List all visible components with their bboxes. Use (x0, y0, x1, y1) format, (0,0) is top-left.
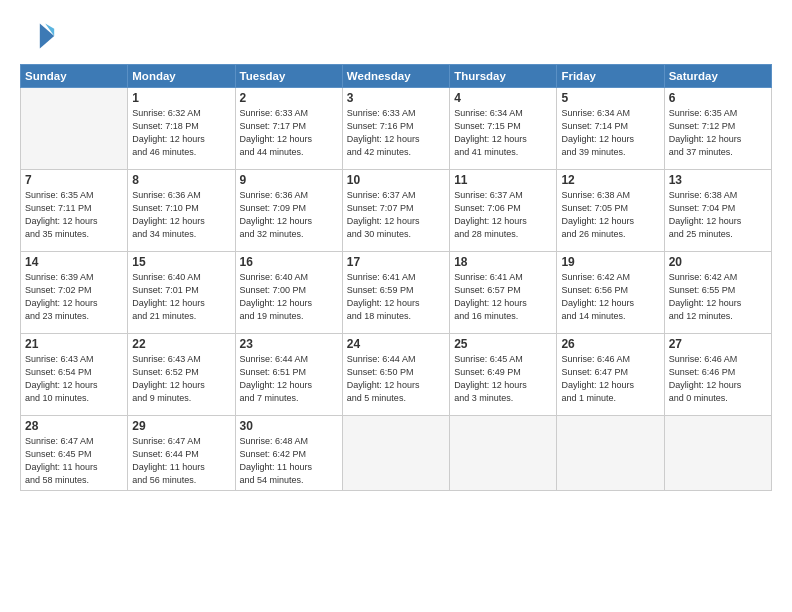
weekday-header-cell: Tuesday (235, 65, 342, 88)
week-row: 28Sunrise: 6:47 AM Sunset: 6:45 PM Dayli… (21, 416, 772, 491)
day-info: Sunrise: 6:47 AM Sunset: 6:44 PM Dayligh… (132, 435, 230, 487)
calendar-cell: 4Sunrise: 6:34 AM Sunset: 7:15 PM Daylig… (450, 88, 557, 170)
calendar-cell: 18Sunrise: 6:41 AM Sunset: 6:57 PM Dayli… (450, 252, 557, 334)
calendar-cell: 20Sunrise: 6:42 AM Sunset: 6:55 PM Dayli… (664, 252, 771, 334)
day-number: 16 (240, 255, 338, 269)
calendar-cell: 28Sunrise: 6:47 AM Sunset: 6:45 PM Dayli… (21, 416, 128, 491)
day-number: 30 (240, 419, 338, 433)
day-info: Sunrise: 6:48 AM Sunset: 6:42 PM Dayligh… (240, 435, 338, 487)
day-info: Sunrise: 6:36 AM Sunset: 7:09 PM Dayligh… (240, 189, 338, 241)
day-info: Sunrise: 6:34 AM Sunset: 7:15 PM Dayligh… (454, 107, 552, 159)
day-number: 2 (240, 91, 338, 105)
logo-icon (20, 18, 56, 54)
calendar-cell (21, 88, 128, 170)
day-number: 8 (132, 173, 230, 187)
day-number: 6 (669, 91, 767, 105)
day-info: Sunrise: 6:38 AM Sunset: 7:05 PM Dayligh… (561, 189, 659, 241)
day-number: 17 (347, 255, 445, 269)
day-number: 21 (25, 337, 123, 351)
calendar-cell: 30Sunrise: 6:48 AM Sunset: 6:42 PM Dayli… (235, 416, 342, 491)
day-number: 11 (454, 173, 552, 187)
calendar-cell: 15Sunrise: 6:40 AM Sunset: 7:01 PM Dayli… (128, 252, 235, 334)
day-info: Sunrise: 6:35 AM Sunset: 7:11 PM Dayligh… (25, 189, 123, 241)
calendar-cell: 6Sunrise: 6:35 AM Sunset: 7:12 PM Daylig… (664, 88, 771, 170)
day-info: Sunrise: 6:40 AM Sunset: 7:00 PM Dayligh… (240, 271, 338, 323)
logo (20, 18, 60, 54)
calendar-cell: 11Sunrise: 6:37 AM Sunset: 7:06 PM Dayli… (450, 170, 557, 252)
calendar-cell: 12Sunrise: 6:38 AM Sunset: 7:05 PM Dayli… (557, 170, 664, 252)
day-info: Sunrise: 6:37 AM Sunset: 7:07 PM Dayligh… (347, 189, 445, 241)
day-number: 10 (347, 173, 445, 187)
weekday-header-cell: Thursday (450, 65, 557, 88)
day-number: 7 (25, 173, 123, 187)
calendar-cell: 22Sunrise: 6:43 AM Sunset: 6:52 PM Dayli… (128, 334, 235, 416)
calendar-cell (450, 416, 557, 491)
header (20, 18, 772, 54)
week-row: 1Sunrise: 6:32 AM Sunset: 7:18 PM Daylig… (21, 88, 772, 170)
calendar-cell: 5Sunrise: 6:34 AM Sunset: 7:14 PM Daylig… (557, 88, 664, 170)
day-number: 22 (132, 337, 230, 351)
day-info: Sunrise: 6:36 AM Sunset: 7:10 PM Dayligh… (132, 189, 230, 241)
calendar-cell: 16Sunrise: 6:40 AM Sunset: 7:00 PM Dayli… (235, 252, 342, 334)
week-row: 7Sunrise: 6:35 AM Sunset: 7:11 PM Daylig… (21, 170, 772, 252)
weekday-header-cell: Wednesday (342, 65, 449, 88)
day-number: 13 (669, 173, 767, 187)
day-info: Sunrise: 6:46 AM Sunset: 6:47 PM Dayligh… (561, 353, 659, 405)
day-number: 20 (669, 255, 767, 269)
weekday-header: SundayMondayTuesdayWednesdayThursdayFrid… (21, 65, 772, 88)
day-number: 28 (25, 419, 123, 433)
calendar-cell: 1Sunrise: 6:32 AM Sunset: 7:18 PM Daylig… (128, 88, 235, 170)
day-info: Sunrise: 6:45 AM Sunset: 6:49 PM Dayligh… (454, 353, 552, 405)
day-number: 19 (561, 255, 659, 269)
day-info: Sunrise: 6:32 AM Sunset: 7:18 PM Dayligh… (132, 107, 230, 159)
day-number: 12 (561, 173, 659, 187)
day-info: Sunrise: 6:43 AM Sunset: 6:52 PM Dayligh… (132, 353, 230, 405)
day-number: 23 (240, 337, 338, 351)
day-number: 24 (347, 337, 445, 351)
weekday-header-cell: Monday (128, 65, 235, 88)
calendar-cell: 8Sunrise: 6:36 AM Sunset: 7:10 PM Daylig… (128, 170, 235, 252)
day-info: Sunrise: 6:42 AM Sunset: 6:56 PM Dayligh… (561, 271, 659, 323)
day-info: Sunrise: 6:39 AM Sunset: 7:02 PM Dayligh… (25, 271, 123, 323)
day-number: 15 (132, 255, 230, 269)
week-row: 21Sunrise: 6:43 AM Sunset: 6:54 PM Dayli… (21, 334, 772, 416)
calendar-cell: 29Sunrise: 6:47 AM Sunset: 6:44 PM Dayli… (128, 416, 235, 491)
calendar-cell (664, 416, 771, 491)
day-info: Sunrise: 6:41 AM Sunset: 6:57 PM Dayligh… (454, 271, 552, 323)
day-number: 3 (347, 91, 445, 105)
calendar-cell: 7Sunrise: 6:35 AM Sunset: 7:11 PM Daylig… (21, 170, 128, 252)
calendar-cell: 13Sunrise: 6:38 AM Sunset: 7:04 PM Dayli… (664, 170, 771, 252)
calendar-cell: 25Sunrise: 6:45 AM Sunset: 6:49 PM Dayli… (450, 334, 557, 416)
day-number: 9 (240, 173, 338, 187)
day-number: 29 (132, 419, 230, 433)
calendar-cell (342, 416, 449, 491)
day-number: 26 (561, 337, 659, 351)
week-row: 14Sunrise: 6:39 AM Sunset: 7:02 PM Dayli… (21, 252, 772, 334)
day-info: Sunrise: 6:33 AM Sunset: 7:17 PM Dayligh… (240, 107, 338, 159)
day-info: Sunrise: 6:42 AM Sunset: 6:55 PM Dayligh… (669, 271, 767, 323)
calendar-cell: 24Sunrise: 6:44 AM Sunset: 6:50 PM Dayli… (342, 334, 449, 416)
calendar-cell: 21Sunrise: 6:43 AM Sunset: 6:54 PM Dayli… (21, 334, 128, 416)
calendar-cell: 26Sunrise: 6:46 AM Sunset: 6:47 PM Dayli… (557, 334, 664, 416)
day-number: 14 (25, 255, 123, 269)
day-info: Sunrise: 6:41 AM Sunset: 6:59 PM Dayligh… (347, 271, 445, 323)
svg-marker-0 (40, 23, 54, 48)
day-info: Sunrise: 6:33 AM Sunset: 7:16 PM Dayligh… (347, 107, 445, 159)
day-info: Sunrise: 6:34 AM Sunset: 7:14 PM Dayligh… (561, 107, 659, 159)
calendar: SundayMondayTuesdayWednesdayThursdayFrid… (20, 64, 772, 491)
day-number: 4 (454, 91, 552, 105)
calendar-cell: 27Sunrise: 6:46 AM Sunset: 6:46 PM Dayli… (664, 334, 771, 416)
calendar-cell: 3Sunrise: 6:33 AM Sunset: 7:16 PM Daylig… (342, 88, 449, 170)
calendar-body: 1Sunrise: 6:32 AM Sunset: 7:18 PM Daylig… (21, 88, 772, 491)
day-number: 5 (561, 91, 659, 105)
day-info: Sunrise: 6:46 AM Sunset: 6:46 PM Dayligh… (669, 353, 767, 405)
day-info: Sunrise: 6:37 AM Sunset: 7:06 PM Dayligh… (454, 189, 552, 241)
day-info: Sunrise: 6:47 AM Sunset: 6:45 PM Dayligh… (25, 435, 123, 487)
weekday-header-cell: Friday (557, 65, 664, 88)
weekday-header-cell: Sunday (21, 65, 128, 88)
calendar-cell: 10Sunrise: 6:37 AM Sunset: 7:07 PM Dayli… (342, 170, 449, 252)
day-info: Sunrise: 6:38 AM Sunset: 7:04 PM Dayligh… (669, 189, 767, 241)
day-info: Sunrise: 6:40 AM Sunset: 7:01 PM Dayligh… (132, 271, 230, 323)
calendar-cell: 23Sunrise: 6:44 AM Sunset: 6:51 PM Dayli… (235, 334, 342, 416)
calendar-cell (557, 416, 664, 491)
